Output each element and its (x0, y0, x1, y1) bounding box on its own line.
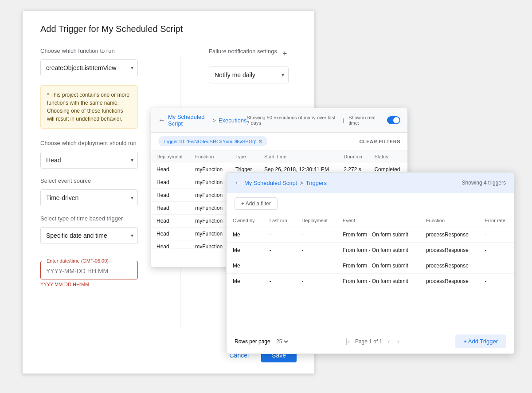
triggers-separator: > (300, 180, 303, 186)
executions-script-name[interactable]: My Scheduled Script (168, 114, 210, 127)
executions-meta: Showing 50 executions of many over last … (247, 115, 400, 126)
add-trigger-button[interactable]: + Add Trigger (455, 334, 506, 348)
executions-filter-bar: Trigger ID: 'FwNC8euSRCaYxmDl6vSPGg' ✕ C… (151, 133, 407, 150)
warning-text: * This project contains one or more func… (47, 92, 129, 122)
notif-select[interactable]: Notify me daily (209, 67, 289, 83)
col-start-time: Start Time (259, 150, 338, 163)
event-source-label: Select event source (40, 177, 169, 184)
first-page-button[interactable]: |‹ (344, 337, 351, 346)
add-notif-button[interactable]: + (281, 47, 289, 60)
triggers-rows-per-page: Rows per page: 25 (235, 338, 289, 345)
date-label: Enter date/time (GMT-06:00) (45, 258, 110, 263)
filter-chip[interactable]: Trigger ID: 'FwNC8euSRCaYxmDl6vSPGg' ✕ (158, 136, 267, 146)
triggers-script-name[interactable]: My Scheduled Script (244, 180, 297, 186)
executions-back-icon[interactable]: ← (158, 116, 165, 124)
date-input-group: Enter date/time (GMT-06:00) YYYY-MM-DD H… (40, 253, 169, 287)
triggers-back-icon[interactable]: ← (235, 179, 242, 187)
dialog-title: Add Trigger for My Scheduled Script (40, 24, 297, 34)
pagination-controls: |‹ Page 1 of 1 ‹ › (344, 337, 401, 346)
page-info: Page 1 of 1 (355, 338, 382, 345)
col-deployment: Deployment (295, 214, 336, 227)
col-error-rate: Error rate (478, 214, 514, 227)
realtime-toggle[interactable] (387, 116, 400, 124)
trigger-type-select-wrapper: Specific date and time ▾ (40, 227, 138, 244)
col-deployment: Deployment (151, 150, 190, 163)
col-status: Status (369, 150, 407, 163)
col-event: Event (336, 214, 420, 227)
executions-realtime-label: Show in real time: (348, 115, 383, 126)
executions-separator: > (212, 117, 216, 124)
triggers-page-name: Triggers (306, 180, 327, 186)
triggers-header: ← My Scheduled Script > Triggers Showing… (227, 173, 514, 193)
executions-nav: ← My Scheduled Script > Executions (158, 114, 247, 127)
table-row: Me--From form - On form submitprocessRes… (227, 258, 514, 274)
triggers-panel: ← My Scheduled Script > Triggers Showing… (226, 172, 514, 354)
trigger-type-select[interactable]: Specific date and time (40, 227, 138, 244)
deployment-label: Choose which deployment should run (40, 140, 169, 146)
deployment-select-wrapper: Head ▾ (40, 152, 138, 169)
clear-filters-button[interactable]: CLEAR FILTERS (360, 139, 400, 144)
deployment-select[interactable]: Head (40, 152, 138, 169)
triggers-footer: Rows per page: 25 |‹ Page 1 of 1 ‹ › + A… (227, 329, 514, 354)
add-filter-button[interactable]: + Add a filter (235, 197, 278, 210)
right-section: Failure notification settings + Notify m… (209, 47, 297, 83)
filter-chip-text: Trigger ID: 'FwNC8euSRCaYxmDl6vSPGg' (163, 139, 256, 144)
date-hint: YYYY-MM-DD HH:MM (40, 282, 169, 287)
col-type: Type (230, 150, 259, 163)
col-owned-by: Owned by (227, 214, 263, 227)
date-input[interactable] (40, 261, 138, 279)
triggers-rows-label: Rows per page: (235, 338, 272, 345)
executions-divider: | (343, 118, 344, 123)
notif-row: Notify me daily ▾ (209, 67, 297, 83)
col-function: Function (190, 150, 230, 163)
col-function: Function (420, 214, 479, 227)
table-row: Me--From form - On form submitprocessRes… (227, 274, 514, 289)
triggers-table: Owned by Last run Deployment Event Funct… (227, 214, 514, 289)
executions-table-header-row: Deployment Function Type Start Time Dura… (151, 150, 407, 163)
event-source-select-wrapper: Time-driven ▾ (40, 189, 138, 206)
function-label: Choose which function to run (40, 47, 169, 54)
triggers-header-row: Owned by Last run Deployment Event Funct… (227, 214, 514, 227)
warning-box: * This project contains one or more func… (40, 85, 138, 129)
next-page-button[interactable]: › (395, 337, 401, 346)
executions-meta-text: Showing 50 executions of many over last … (247, 115, 339, 126)
left-section: Choose which function to run createObjec… (40, 47, 169, 287)
notif-label: Failure notification settings (209, 48, 277, 55)
prev-page-button[interactable]: ‹ (386, 337, 391, 346)
notif-select-wrapper: Notify me daily ▾ (209, 67, 289, 83)
function-select-wrapper: createObjectListItemView ▾ (40, 59, 138, 76)
function-select[interactable]: createObjectListItemView (40, 59, 138, 76)
triggers-nav: ← My Scheduled Script > Triggers (235, 179, 327, 187)
triggers-table-container: Owned by Last run Deployment Event Funct… (227, 214, 514, 289)
triggers-rows-select[interactable]: 25 (274, 338, 289, 345)
filter-chip-close-icon[interactable]: ✕ (258, 138, 263, 145)
table-row: Me--From form - On form submitprocessRes… (227, 227, 514, 243)
executions-page-name: Executions (219, 117, 247, 124)
triggers-table-body: Me--From form - On form submitprocessRes… (227, 227, 514, 289)
event-source-select[interactable]: Time-driven (40, 189, 138, 206)
trigger-type-label: Select type of time based trigger (40, 215, 169, 222)
col-duration: Duration (338, 150, 369, 163)
table-row: Me--From form - On form submitprocessRes… (227, 243, 514, 258)
col-last-run: Last run (263, 214, 295, 227)
executions-header: ← My Scheduled Script > Executions Showi… (151, 108, 407, 133)
showing-triggers-text: Showing 4 triggers (462, 180, 506, 186)
